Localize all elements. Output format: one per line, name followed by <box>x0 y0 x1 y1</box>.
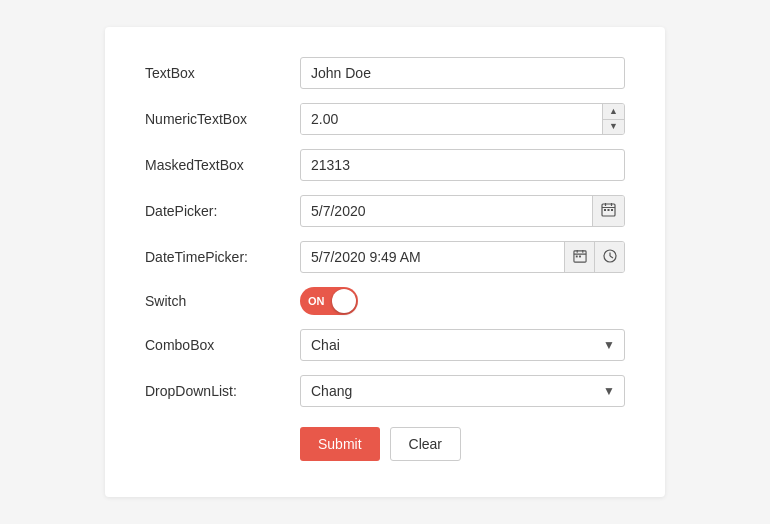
combobox-wrapper: Chai Chang Aniseed Syrup ▼ <box>300 329 625 361</box>
switch-wrapper: ON <box>300 287 358 315</box>
switch-toggle[interactable]: ON <box>300 287 358 315</box>
dropdownlist-row: DropDownList: Chai Chang Aniseed Syrup ▼ <box>145 375 625 407</box>
button-row: Submit Clear <box>145 427 625 461</box>
datetimepicker-input[interactable] <box>301 244 564 270</box>
clear-button[interactable]: Clear <box>390 427 461 461</box>
combobox-row: ComboBox Chai Chang Aniseed Syrup ▼ <box>145 329 625 361</box>
svg-rect-4 <box>604 209 606 211</box>
switch-thumb <box>332 289 356 313</box>
svg-line-15 <box>610 256 613 258</box>
svg-rect-12 <box>579 255 581 257</box>
datepicker-wrapper <box>300 195 625 227</box>
datepicker-input[interactable] <box>301 198 592 224</box>
datetimepicker-clock-button[interactable] <box>594 242 624 272</box>
calendar-icon <box>573 249 587 266</box>
datepicker-label: DatePicker: <box>145 203 300 219</box>
submit-button[interactable]: Submit <box>300 427 380 461</box>
textbox-row: TextBox <box>145 57 625 89</box>
dropdownlist-select[interactable]: Chai Chang Aniseed Syrup <box>300 375 625 407</box>
svg-rect-11 <box>575 255 577 257</box>
datetimepicker-calendar-button[interactable] <box>564 242 594 272</box>
datepicker-calendar-button[interactable] <box>592 196 624 226</box>
spinner-up-button[interactable]: ▲ <box>603 104 624 120</box>
textbox-input[interactable] <box>300 57 625 89</box>
numeric-spinners: ▲ ▼ <box>602 104 624 134</box>
maskedtextbox-input[interactable] <box>300 149 625 181</box>
form-card: TextBox NumericTextBox ▲ ▼ MaskedTextBox… <box>105 27 665 497</box>
datepicker-row: DatePicker: <box>145 195 625 227</box>
switch-row: Switch ON <box>145 287 625 315</box>
numerictextbox-input[interactable] <box>301 104 602 134</box>
datetimepicker-wrapper <box>300 241 625 273</box>
spinner-down-button[interactable]: ▼ <box>603 120 624 135</box>
svg-rect-5 <box>608 209 610 211</box>
combobox-label: ComboBox <box>145 337 300 353</box>
datetimepicker-row: DateTimePicker: <box>145 241 625 273</box>
switch-on-label: ON <box>308 295 325 307</box>
numerictextbox-wrapper: ▲ ▼ <box>300 103 625 135</box>
clock-icon <box>603 249 617 266</box>
numerictextbox-label: NumericTextBox <box>145 111 300 127</box>
numerictextbox-row: NumericTextBox ▲ ▼ <box>145 103 625 135</box>
datetimepicker-label: DateTimePicker: <box>145 249 300 265</box>
maskedtextbox-row: MaskedTextBox <box>145 149 625 181</box>
maskedtextbox-label: MaskedTextBox <box>145 157 300 173</box>
svg-rect-6 <box>611 209 613 211</box>
switch-label: Switch <box>145 293 300 309</box>
textbox-label: TextBox <box>145 65 300 81</box>
dropdownlist-label: DropDownList: <box>145 383 300 399</box>
combobox-select[interactable]: Chai Chang Aniseed Syrup <box>300 329 625 361</box>
calendar-icon <box>601 202 616 220</box>
dropdownlist-wrapper: Chai Chang Aniseed Syrup ▼ <box>300 375 625 407</box>
